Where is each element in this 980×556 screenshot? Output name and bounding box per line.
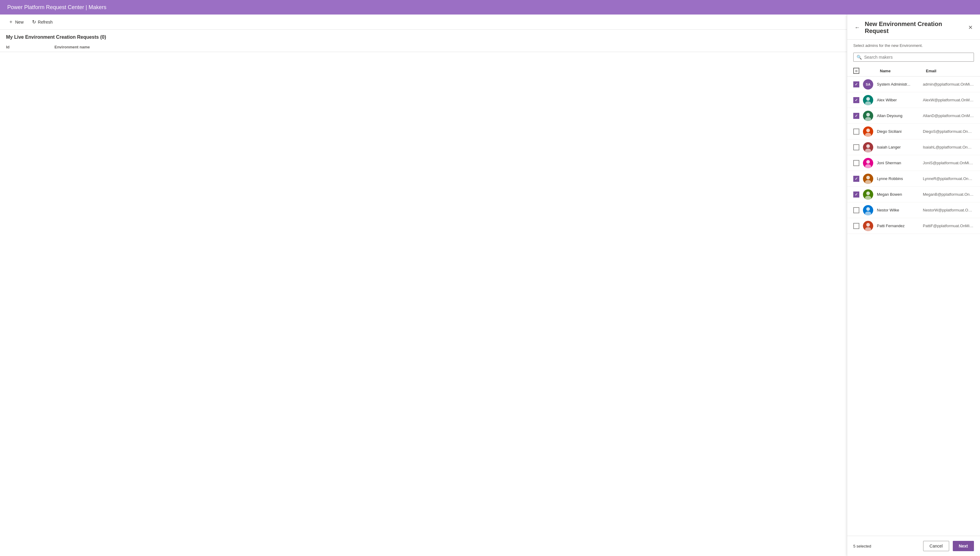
maker-checkbox[interactable] (853, 113, 859, 119)
search-icon: 🔍 (857, 55, 862, 60)
avatar (863, 205, 873, 215)
list-item: Nestor WilkeNestorW@pplatformuat.OnMicro… (847, 202, 980, 218)
maker-email: AllanD@pplatformuat.OnMicrosoft.c... (923, 113, 974, 118)
maker-name: Nestor Wilke (877, 208, 919, 212)
avatar (863, 111, 873, 121)
avatar (863, 158, 873, 168)
panel-header: ← New Environment Creation Request ✕ (847, 15, 980, 40)
svg-point-6 (866, 144, 870, 148)
app-title: Power Platform Request Center | Makers (7, 4, 107, 11)
panel-subtitle: Select admins for the new Environment. (847, 40, 980, 50)
page-title: My Live Environment Creation Requests (0… (0, 30, 847, 42)
search-box: 🔍 (853, 53, 974, 62)
maker-checkbox[interactable] (853, 191, 859, 197)
maker-checkbox[interactable] (853, 223, 859, 229)
maker-checkbox[interactable] (853, 81, 859, 87)
toolbar: ＋ New ↻ Refresh (0, 15, 847, 30)
maker-email: NestorW@pplatformuat.OnMicrosoft.... (923, 208, 974, 212)
maker-email: MeganB@pplatformuat.OnMicrosoft.... (923, 192, 974, 197)
select-all-icon[interactable]: ⊞ (853, 68, 859, 74)
maker-email: LynneR@pplatformuat.OnMicrosoft.c... (923, 176, 974, 181)
list-item: Diego SicilianiDiegoS@pplatformuat.OnMic… (847, 124, 980, 139)
maker-checkbox[interactable] (853, 176, 859, 182)
list-item: Joni ShermanJoniS@pplatformuat.OnMicroso… (847, 155, 980, 171)
svg-point-0 (866, 97, 870, 101)
refresh-button[interactable]: ↻ Refresh (28, 17, 56, 27)
svg-point-1 (865, 101, 871, 105)
table-header: Id Environment name (0, 42, 847, 52)
maker-name: Megan Bowen (877, 192, 919, 197)
maker-checkbox[interactable] (853, 160, 859, 166)
avatar: SA (863, 79, 873, 89)
maker-name: Patti Fernandez (877, 223, 919, 228)
maker-email: JoniS@pplatformuat.OnMicrosoft.com (923, 161, 974, 165)
refresh-label: Refresh (38, 19, 53, 24)
maker-checkbox[interactable] (853, 207, 859, 213)
svg-point-14 (866, 207, 870, 211)
search-input[interactable] (864, 55, 970, 60)
next-button[interactable]: Next (953, 541, 974, 551)
new-label: New (15, 19, 24, 24)
maker-email: DiegoS@pplatformuat.OnMicrosoft.c... (923, 129, 974, 134)
select-all-col: ⊞ (853, 68, 862, 74)
svg-point-4 (866, 129, 870, 132)
svg-point-2 (866, 113, 870, 116)
close-icon: ✕ (968, 24, 973, 31)
footer-buttons: Cancel Next (923, 541, 974, 551)
maker-name: Joni Sherman (877, 161, 919, 165)
maker-checkbox[interactable] (853, 129, 859, 135)
avatar (863, 189, 873, 200)
back-button[interactable]: ← (853, 23, 861, 32)
col-header-env: Environment name (55, 45, 841, 49)
list-item: Allan DeyoungAllanD@pplatformuat.OnMicro… (847, 108, 980, 124)
maker-email: IsaiahL@pplatformuat.OnMicrosoft.c... (923, 145, 974, 149)
svg-point-15 (865, 212, 871, 215)
plus-icon: ＋ (8, 19, 13, 25)
col-name-header: Name (880, 69, 922, 73)
svg-point-10 (866, 176, 870, 179)
svg-point-5 (865, 133, 871, 137)
panel-footer: 5 selected Cancel Next (847, 536, 980, 556)
back-arrow-icon: ← (854, 24, 860, 31)
col-header-id: Id (6, 45, 42, 49)
avatar (863, 221, 873, 231)
avatar (863, 126, 873, 137)
refresh-icon: ↻ (32, 19, 36, 25)
makers-table-header: ⊞ Name Email (847, 65, 980, 76)
maker-name: System Administr... (877, 82, 919, 87)
maker-email: admin@pplatformuat.OnMicrosoft.co... (923, 82, 974, 87)
right-panel: ← New Environment Creation Request ✕ Sel… (847, 15, 980, 556)
svg-point-7 (865, 149, 871, 152)
avatar (863, 142, 873, 152)
list-item: Isaiah LangerIsaiahL@pplatformuat.OnMicr… (847, 139, 980, 155)
svg-point-17 (865, 227, 871, 231)
maker-checkbox[interactable] (853, 144, 859, 150)
avatar (863, 174, 873, 184)
list-item: SASystem Administr...admin@pplatformuat.… (847, 76, 980, 92)
selected-count: 5 selected (853, 544, 871, 548)
main-area: ＋ New ↻ Refresh My Live Environment Crea… (0, 15, 980, 556)
svg-point-13 (865, 196, 871, 200)
cancel-button[interactable]: Cancel (923, 541, 949, 551)
svg-point-9 (865, 164, 871, 168)
makers-table: SASystem Administr...admin@pplatformuat.… (847, 76, 980, 536)
new-button[interactable]: ＋ New (5, 17, 27, 27)
avatar (863, 95, 873, 105)
panel-title: New Environment Creation Request (865, 21, 963, 34)
svg-point-12 (866, 191, 870, 195)
empty-area (0, 52, 847, 556)
maker-name: Allan Deyoung (877, 113, 919, 118)
top-bar: Power Platform Request Center | Makers (0, 0, 980, 15)
col-email-header: Email (926, 69, 974, 73)
list-item: Patti FernandezPattiF@pplatformuat.OnMic… (847, 218, 980, 234)
svg-point-8 (866, 160, 870, 164)
svg-point-16 (866, 223, 870, 226)
svg-point-3 (865, 117, 871, 121)
maker-name: Diego Siciliani (877, 129, 919, 134)
list-item: Megan BowenMeganB@pplatformuat.OnMicroso… (847, 187, 980, 202)
left-content: ＋ New ↻ Refresh My Live Environment Crea… (0, 15, 847, 556)
maker-checkbox[interactable] (853, 97, 859, 103)
maker-email: PattiF@pplatformuat.OnMicrosoft.com (923, 223, 974, 228)
close-button[interactable]: ✕ (967, 23, 974, 32)
maker-name: Lynne Robbins (877, 176, 919, 181)
